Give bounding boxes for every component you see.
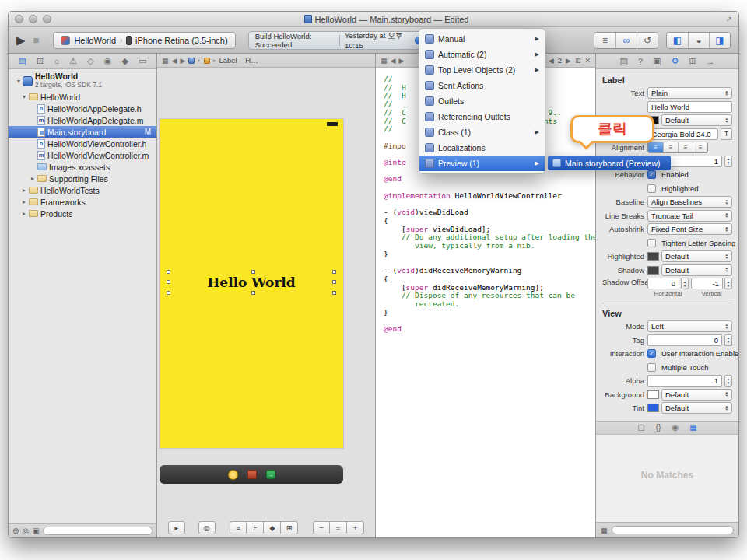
menu-item-automatic-2[interactable]: Automatic (2)▶ xyxy=(419,47,545,62)
menu-item-outlets[interactable]: Outlets xyxy=(419,93,545,109)
issue-navigator-icon[interactable]: ⚠ xyxy=(69,56,77,66)
storyboard-canvas[interactable]: Hello World → xyxy=(157,68,375,517)
stop-button[interactable]: ■ xyxy=(33,34,40,46)
disclosure-icon[interactable]: ▾ xyxy=(20,93,28,100)
text-popup[interactable]: Plain▲▼ xyxy=(647,87,732,99)
hello-world-label[interactable]: Hello World xyxy=(169,272,334,292)
menu-item-class-1[interactable]: Class (1)▶ xyxy=(419,124,545,140)
fullscreen-button[interactable]: ↗ xyxy=(721,15,732,23)
shadow-popup[interactable]: Default▲▼ xyxy=(661,264,732,276)
resizing-button[interactable]: ⊞ xyxy=(281,521,298,534)
stepper-control[interactable]: ▲▼ xyxy=(724,334,732,346)
resize-handle[interactable] xyxy=(251,270,255,274)
background-popup[interactable]: Default▲▼ xyxy=(661,389,732,401)
tint-color-well[interactable] xyxy=(647,404,659,412)
tag-field[interactable]: 0 xyxy=(647,334,722,346)
disclosure-icon[interactable]: ▸ xyxy=(20,198,28,205)
autoshrink-popup[interactable]: Fixed Font Size▲▼ xyxy=(647,223,732,235)
breadcrumb-icon[interactable] xyxy=(188,58,195,64)
debug-navigator-icon[interactable]: ◉ xyxy=(104,56,112,66)
related-items-icon[interactable]: ▦ xyxy=(381,57,388,65)
breadcrumb-icon[interactable] xyxy=(204,58,210,64)
close-button[interactable] xyxy=(15,15,23,23)
highlighted-color-well[interactable] xyxy=(647,252,659,261)
zoom-out-button[interactable]: − xyxy=(313,521,330,534)
view-controller-icon[interactable] xyxy=(228,470,238,480)
assistant-editor-button[interactable]: ∞ xyxy=(615,33,637,48)
tree-item-frameworks[interactable]: ▸Frameworks xyxy=(9,196,156,208)
version-editor-button[interactable]: ↺ xyxy=(637,33,658,48)
attributes-inspector-icon[interactable]: ⚙ xyxy=(671,56,679,66)
tint-popup[interactable]: Default▲▼ xyxy=(661,402,732,414)
tree-item-helloworldtests[interactable]: ▸HelloWorldTests xyxy=(9,184,156,196)
resolve-button[interactable]: ◆ xyxy=(264,521,281,534)
menu-item-top-level-objects-2[interactable]: Top Level Objects (2)▶ xyxy=(419,62,545,78)
standard-editor-button[interactable]: ≡ xyxy=(594,33,615,48)
run-button[interactable]: ▶ xyxy=(16,33,26,47)
stepper-control[interactable]: ▲▼ xyxy=(724,278,732,289)
scheme-selector[interactable]: HelloWorld › iPhone Retina (3.5-inch) xyxy=(53,32,235,49)
back-icon[interactable]: ◀ xyxy=(172,57,177,65)
alignment-segment-1[interactable]: ≡ xyxy=(663,142,678,152)
zoom-in-button[interactable]: + xyxy=(347,521,364,534)
disclosure-icon[interactable]: ▸ xyxy=(29,175,37,182)
alignment-segment-0[interactable]: ≡ xyxy=(648,142,663,152)
resize-handle[interactable] xyxy=(167,280,170,284)
search-navigator-icon[interactable]: ○ xyxy=(54,57,59,66)
breadcrumb[interactable]: Label – H… xyxy=(219,56,258,65)
close-editor-icon[interactable]: ✕ xyxy=(584,57,591,65)
object-library-icon[interactable]: ◉ xyxy=(672,423,679,432)
project-navigator-icon[interactable]: ▤ xyxy=(19,56,26,66)
view-controller-view[interactable]: Hello World xyxy=(160,119,343,448)
baseline-popup[interactable]: Align Baselines▲▼ xyxy=(647,196,732,208)
menu-item-manual[interactable]: Manual▶ xyxy=(419,31,545,47)
log-navigator-icon[interactable]: ▭ xyxy=(139,56,146,66)
alpha-field[interactable]: 1 xyxy=(647,375,722,387)
menu-item-localizations[interactable]: Localizations xyxy=(419,140,545,156)
related-items-icon[interactable]: ▦ xyxy=(162,57,169,65)
line-breaks-popup[interactable]: Truncate Tail▲▼ xyxy=(647,210,732,222)
disclosure-icon[interactable]: ▸ xyxy=(20,187,28,194)
font-picker-button[interactable]: T xyxy=(721,128,732,140)
color-popup[interactable]: Default▲▼ xyxy=(661,114,732,126)
first-responder-icon[interactable] xyxy=(247,470,257,479)
minimize-button[interactable] xyxy=(29,15,37,23)
next-counterpart-icon[interactable]: ▶ xyxy=(566,57,571,65)
code-snippet-library-icon[interactable]: {} xyxy=(656,423,661,432)
tree-item-main-storyboard[interactable]: Main.storyboardM xyxy=(9,126,156,138)
clock-icon[interactable]: ◎ xyxy=(22,527,29,535)
menu-item-sent-actions[interactable]: Sent Actions xyxy=(419,78,545,93)
forward-icon[interactable]: ▶ xyxy=(398,57,404,65)
add-icon[interactable]: ⊕ xyxy=(12,527,19,535)
file-template-library-icon[interactable]: ▢ xyxy=(637,423,644,432)
background-color-well[interactable] xyxy=(647,390,659,399)
disclosure-icon[interactable]: ▸ xyxy=(20,210,28,217)
zoom-button[interactable] xyxy=(43,15,51,23)
flag-icon[interactable]: ▣ xyxy=(32,527,39,535)
quick-help-inspector-icon[interactable]: ? xyxy=(638,57,643,66)
breakpoint-navigator-icon[interactable]: ◆ xyxy=(121,56,128,66)
tree-item-helloworld[interactable]: ▾HelloWorld xyxy=(9,91,156,103)
alignment-segment-3[interactable]: ≡ xyxy=(693,142,707,152)
exit-icon[interactable]: → xyxy=(266,470,275,479)
forward-icon[interactable]: ▶ xyxy=(180,57,185,65)
resize-handle[interactable] xyxy=(332,291,336,295)
connections-inspector-icon[interactable]: → xyxy=(707,57,715,66)
pin-button[interactable]: ⊦ xyxy=(247,521,264,534)
resize-handle[interactable] xyxy=(167,291,170,295)
stepper-control[interactable]: ▲▼ xyxy=(724,156,732,167)
device-button[interactable]: ◎ xyxy=(198,521,216,534)
media-library-icon[interactable]: ▦ xyxy=(689,423,696,432)
align-button[interactable]: ≡ xyxy=(230,521,247,534)
highlighted-popup[interactable]: Default▲▼ xyxy=(661,250,732,262)
mode-popup[interactable]: Left▲▼ xyxy=(647,320,732,332)
enabled-checkbox[interactable]: ✓ xyxy=(647,170,656,179)
navigator-toggle-button[interactable]: ◧ xyxy=(667,33,688,48)
test-navigator-icon[interactable]: ◇ xyxy=(87,56,93,66)
alignment-segment-2[interactable]: ≡ xyxy=(678,142,693,152)
font-field[interactable]: Georgia Bold 24.0 xyxy=(647,128,718,140)
utilities-toggle-button[interactable]: ◨ xyxy=(709,33,730,48)
size-inspector-icon[interactable]: ⊞ xyxy=(689,56,696,66)
library-search-field[interactable] xyxy=(612,526,734,534)
menu-item-preview-1[interactable]: Preview (1)▶ xyxy=(419,156,545,171)
